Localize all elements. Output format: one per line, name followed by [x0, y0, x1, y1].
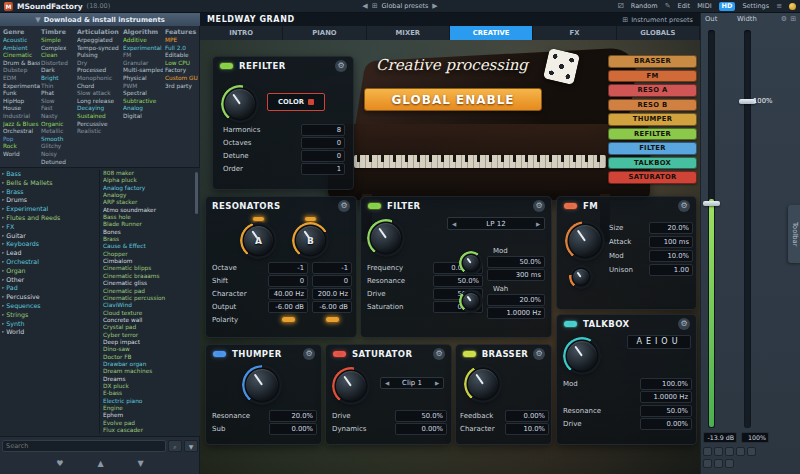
gear-icon[interactable]: ⚙	[678, 318, 690, 330]
tab-piano[interactable]: PIANO	[283, 26, 366, 40]
pencil-icon[interactable]: ✎	[665, 2, 671, 10]
tag-item[interactable]: Percussive	[77, 121, 122, 129]
instrument-item[interactable]: Cause & Effect	[103, 243, 193, 250]
tag-item[interactable]: House	[3, 105, 40, 113]
tab-fx[interactable]: FX	[533, 26, 616, 40]
rail-button[interactable]	[747, 447, 756, 456]
download-install-button[interactable]: ▼ Download & install instruments	[0, 13, 200, 26]
param-value[interactable]: 0.00%	[269, 423, 317, 435]
wah-rate-value[interactable]: 1.0000 Hz	[487, 307, 545, 319]
param-value[interactable]: 0	[301, 137, 345, 149]
mod-depth-value[interactable]: 50.0%	[487, 256, 545, 268]
category-item[interactable]: ▸ Percussive	[2, 293, 96, 302]
tag-item[interactable]: Slow attack	[77, 90, 122, 98]
thumper-knob[interactable]	[244, 367, 280, 403]
param-value[interactable]: 50.0%	[640, 405, 692, 417]
thumper-enable-led[interactable]	[212, 350, 227, 358]
instrument-item[interactable]: Concrete wall	[103, 317, 193, 324]
rail-button[interactable]	[736, 447, 745, 456]
tag-item[interactable]: Experimental	[123, 45, 163, 53]
dice-icon[interactable]: ⚂	[618, 2, 624, 10]
param-value[interactable]: 10.0%	[505, 423, 549, 435]
grid-icon[interactable]: ⊞	[790, 15, 796, 23]
tag-item[interactable]: Distorted	[41, 60, 77, 68]
tag-item[interactable]: Sustained	[77, 113, 122, 121]
tag-item[interactable]: Experimental	[3, 83, 40, 91]
gear-icon[interactable]: ⚙	[335, 60, 347, 72]
instrument-item[interactable]: Alpha pluck	[103, 177, 193, 184]
tag-item[interactable]: PWM	[123, 83, 163, 91]
fm-enable-led[interactable]	[563, 202, 578, 210]
global-presets-button[interactable]: Global presets	[382, 2, 429, 10]
category-item[interactable]: ▸ Synth	[2, 320, 96, 329]
tag-item[interactable]: Rock	[3, 143, 40, 151]
talkbox-knob[interactable]	[565, 339, 599, 373]
param-value-a[interactable]: -6.00 dB	[268, 301, 308, 313]
module-button[interactable]: TALKBOX	[608, 157, 697, 170]
tag-item[interactable]: Long release	[77, 98, 122, 106]
prev-arrow-icon[interactable]: ◀	[381, 380, 393, 386]
polarity-b-toggle[interactable]	[325, 316, 340, 323]
grid-icon[interactable]: ⊞	[372, 2, 378, 10]
tag-item[interactable]: Fast	[41, 105, 77, 113]
category-item[interactable]: ▸ Pad	[2, 284, 96, 293]
filter-enable-led[interactable]	[367, 202, 382, 210]
instrument-item[interactable]: Cloud texture	[103, 310, 193, 317]
param-value-b[interactable]: -6.00 dB	[312, 301, 352, 313]
tag-item[interactable]: Processed	[77, 67, 122, 75]
filter-type-dropdown[interactable]: ◀ LP 12 ▶	[447, 217, 545, 230]
instrument-item[interactable]: DX pluck	[103, 383, 193, 390]
wah-depth-value[interactable]: 20.0%	[487, 294, 545, 306]
expand-arrow-icon[interactable]: ▸	[2, 196, 4, 205]
app-logo-icon[interactable]: M	[4, 2, 13, 11]
tag-item[interactable]: Drum & Bass	[3, 60, 40, 68]
instrument-item[interactable]: E-bass	[103, 390, 193, 397]
filter-mod-knob[interactable]	[461, 253, 481, 273]
instrument-item[interactable]: Doctor FB	[103, 354, 193, 361]
expand-arrow-icon[interactable]: ▸	[2, 293, 4, 302]
category-item[interactable]: ▸ FX	[2, 223, 96, 232]
category-item[interactable]: ▸ Flutes and Reeds	[2, 214, 96, 223]
param-value-b[interactable]: 200.0 Hz	[312, 288, 352, 300]
category-item[interactable]: ▸ Experimental	[2, 205, 96, 214]
instrument-item[interactable]: Crystal pad	[103, 324, 193, 331]
instrument-item[interactable]: Bones	[103, 229, 193, 236]
rail-button[interactable]	[725, 459, 734, 468]
expand-arrow-icon[interactable]: ▸	[2, 188, 4, 197]
tag-item[interactable]: Physical	[123, 75, 163, 83]
param-value[interactable]: 100.0%	[640, 378, 692, 390]
category-item[interactable]: ▸ Guitar	[2, 232, 96, 241]
instrument-item[interactable]: Dream machines	[103, 368, 193, 375]
prev-preset-icon[interactable]: ◀	[362, 2, 367, 10]
scroll-down-icon[interactable]: ▼	[138, 459, 144, 468]
tag-item[interactable]: Industrial	[3, 113, 40, 121]
tag-item[interactable]: Detuned	[41, 159, 77, 167]
instrument-item[interactable]: Cinematic pad	[103, 288, 193, 295]
talkbox-enable-led[interactable]	[563, 320, 578, 328]
tag-item[interactable]: FM	[123, 52, 163, 60]
category-item[interactable]: ▸ Keyboards	[2, 240, 96, 249]
instrument-presets-button[interactable]: ⊞ Instrument presets	[622, 16, 693, 24]
tag-item[interactable]: Jazz & Blues	[3, 121, 40, 129]
tag-item[interactable]: Pulsing	[77, 52, 122, 60]
out-value[interactable]: -13.9 dB	[703, 432, 737, 443]
tag-item[interactable]: Nasty	[41, 113, 77, 121]
color-button[interactable]: COLOR	[267, 93, 325, 111]
instrument-item[interactable]: Analogy	[103, 192, 193, 199]
saturator-knob[interactable]	[334, 369, 368, 403]
param-value[interactable]: 0.00%	[640, 418, 692, 430]
tag-item[interactable]: Full 2.0	[165, 45, 198, 53]
expand-arrow-icon[interactable]: ▸	[2, 284, 4, 293]
filter-wah-knob[interactable]	[461, 291, 481, 311]
tag-item[interactable]: World	[3, 151, 40, 159]
module-button[interactable]: BRASSER	[608, 55, 697, 68]
module-button[interactable]: FM	[608, 70, 697, 83]
gear-icon[interactable]: ⚙	[781, 15, 787, 23]
gear-icon[interactable]: ⚙	[533, 348, 545, 360]
instrument-item[interactable]: Evolve pad	[103, 420, 193, 427]
tag-item[interactable]: Cinematic	[3, 52, 40, 60]
expand-arrow-icon[interactable]: ▸	[2, 232, 4, 241]
module-button[interactable]: THUMPER	[608, 113, 697, 126]
expand-arrow-icon[interactable]: ▸	[2, 258, 4, 267]
tab-globals[interactable]: GLOBALS	[617, 26, 700, 40]
